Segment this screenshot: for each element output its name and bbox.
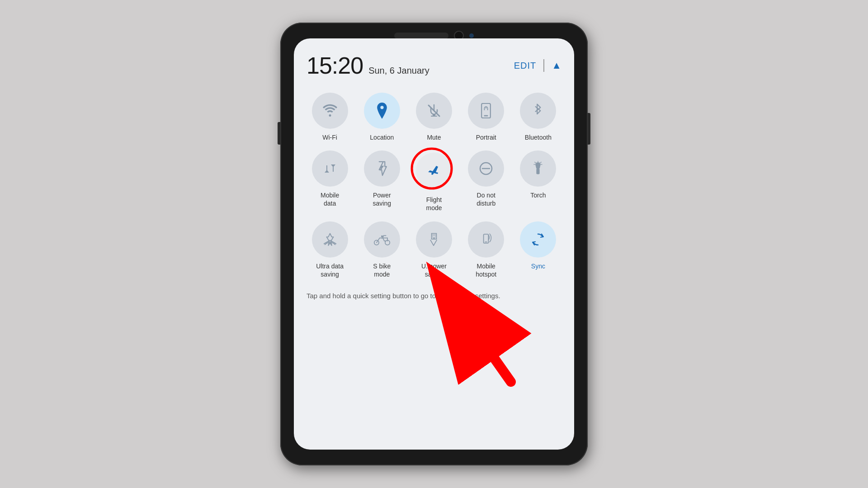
svg-rect-1 — [431, 116, 437, 117]
hint-text: Tap and hold a quick setting button to g… — [307, 291, 561, 301]
location-icon — [375, 103, 389, 119]
tile-circle-s-bike — [364, 221, 400, 258]
tile-label-mute: Mute — [427, 133, 441, 141]
header-actions: EDIT ▲ — [514, 59, 561, 72]
mute-icon — [426, 103, 442, 118]
tile-s-bike[interactable]: S bikemode — [359, 221, 405, 278]
tile-mute[interactable]: Mute — [410, 93, 457, 141]
tile-bluetooth[interactable]: Bluetooth — [515, 93, 561, 141]
tile-label-dnd: Do notdisturb — [476, 191, 495, 207]
svg-rect-0 — [433, 114, 435, 116]
tile-label-u-power: U. powersaving — [421, 262, 447, 278]
portrait-icon — [479, 103, 493, 118]
torch-icon — [532, 160, 544, 177]
svg-point-14 — [381, 235, 383, 237]
bluetooth-icon — [532, 103, 544, 119]
tile-circle-bluetooth — [520, 93, 556, 129]
date-display: Sun, 6 January — [368, 66, 429, 76]
quick-tiles-row3: Ultra datasaving S bikem — [307, 221, 561, 278]
s-bike-icon — [373, 233, 391, 246]
collapse-icon[interactable]: ▲ — [552, 60, 561, 71]
volume-button — [278, 122, 280, 145]
tile-label-mobile-data: Mobiledata — [321, 191, 339, 207]
edit-button[interactable]: EDIT — [514, 61, 537, 71]
tile-label-s-bike: S bikemode — [373, 262, 391, 278]
tile-label-mobile-hotspot: Mobilehotspot — [476, 262, 496, 278]
tile-circle-flight-mode — [416, 153, 452, 189]
tile-circle-u-power — [416, 221, 452, 258]
tile-circle-mute — [416, 93, 452, 129]
tile-ultra-data[interactable]: Ultra datasaving — [307, 221, 353, 278]
flight-mode-icon — [425, 162, 443, 179]
tile-label-power-saving: Powersaving — [373, 191, 391, 207]
wifi-icon — [322, 103, 338, 119]
tile-u-power[interactable]: U. powersaving — [410, 221, 457, 278]
tile-circle-dnd — [468, 150, 504, 187]
ultra-data-icon — [322, 232, 338, 247]
svg-point-4 — [486, 107, 487, 108]
tile-circle-wifi — [312, 93, 348, 129]
header-divider — [543, 59, 544, 72]
tile-mobile-data[interactable]: Mobiledata — [307, 150, 353, 212]
quick-tiles-row1: Wi-Fi Location — [307, 93, 561, 141]
tile-label-bluetooth: Bluetooth — [525, 133, 552, 141]
tile-portrait[interactable]: Portrait — [463, 93, 509, 141]
power-button — [588, 113, 590, 145]
tile-wifi[interactable]: Wi-Fi — [307, 93, 353, 141]
phone-screen: 15:20 Sun, 6 January EDIT ▲ — [294, 38, 574, 450]
quick-settings-panel: 15:20 Sun, 6 January EDIT ▲ — [294, 38, 574, 450]
power-saving-icon — [375, 161, 389, 176]
svg-rect-17 — [485, 241, 487, 242]
tile-location[interactable]: Location — [359, 93, 405, 141]
tile-flight-mode[interactable]: Flightmode — [410, 150, 457, 212]
clock-time: 15:20 — [307, 52, 363, 79]
tile-torch[interactable]: Torch — [515, 150, 561, 212]
speaker-grille — [394, 33, 448, 39]
tile-circle-portrait — [468, 93, 504, 129]
tile-sync[interactable]: Sync — [515, 221, 561, 278]
quick-tiles-row2: Mobiledata Powersaving — [307, 150, 561, 212]
tile-circle-mobile-hotspot — [468, 221, 504, 258]
tile-label-torch: Torch — [530, 191, 546, 199]
tile-mobile-hotspot[interactable]: Mobilehotspot — [463, 221, 509, 278]
tile-dnd[interactable]: Do notdisturb — [463, 150, 509, 212]
mobile-hotspot-icon — [480, 232, 492, 247]
sync-icon — [530, 232, 546, 247]
tile-circle-torch — [520, 150, 556, 187]
time-date-block: 15:20 Sun, 6 January — [307, 52, 429, 79]
u-power-icon — [427, 232, 441, 247]
tile-circle-location — [364, 93, 400, 129]
tile-circle-mobile-data — [312, 150, 348, 187]
tile-label-flight-mode: Flightmode — [426, 196, 442, 212]
tile-label-ultra-data: Ultra datasaving — [316, 262, 344, 278]
sensor — [469, 33, 474, 38]
mobile-data-icon — [322, 161, 338, 176]
phone-device: 15:20 Sun, 6 January EDIT ▲ — [280, 23, 588, 465]
tile-circle-ultra-data — [312, 221, 348, 258]
svg-rect-3 — [484, 115, 488, 117]
tile-label-portrait: Portrait — [476, 133, 496, 141]
tile-label-location: Location — [370, 133, 394, 141]
svg-rect-10 — [537, 169, 540, 174]
tile-circle-sync — [520, 221, 556, 258]
tile-circle-power-saving — [364, 150, 400, 187]
status-header: 15:20 Sun, 6 January EDIT ▲ — [307, 52, 561, 79]
dnd-icon — [478, 161, 494, 176]
tile-label-sync: Sync — [531, 262, 545, 270]
tile-label-wifi: Wi-Fi — [322, 133, 337, 141]
tile-power-saving[interactable]: Powersaving — [359, 150, 405, 212]
